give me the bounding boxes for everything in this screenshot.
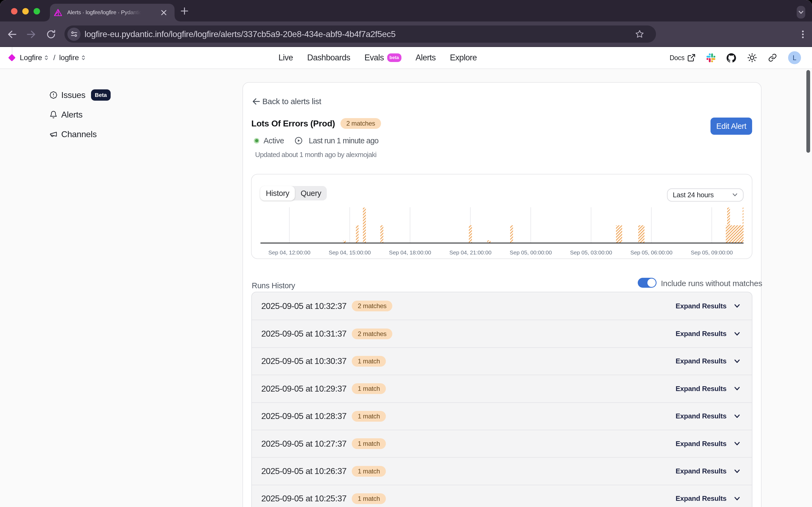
- slack-link[interactable]: [706, 53, 715, 62]
- url-text[interactable]: logfire-eu.pydantic.info/logfire/logfire…: [85, 29, 395, 39]
- chevron-down-icon[interactable]: [734, 413, 741, 420]
- chevron-down-icon[interactable]: [734, 330, 741, 337]
- nav-dashboards[interactable]: Dashboards: [307, 53, 350, 62]
- tab-history[interactable]: History: [260, 186, 295, 201]
- toggle-knob: [647, 279, 656, 287]
- badge-alert-icon: [49, 91, 57, 99]
- sidebar-item-channels[interactable]: Channels: [41, 127, 111, 142]
- nav-explore[interactable]: Explore: [450, 53, 477, 62]
- bookmark-star-icon[interactable]: [635, 30, 644, 39]
- alert-status-row: Active Last run 1 minute ago: [254, 136, 378, 145]
- breadcrumb: Logfire / logfire: [9, 47, 86, 68]
- docs-link[interactable]: Docs: [670, 54, 695, 62]
- tab-search-button[interactable]: [797, 6, 805, 18]
- chevron-down-icon[interactable]: [734, 302, 741, 309]
- svg-text:Sep 04, 21:00:00: Sep 04, 21:00:00: [449, 249, 491, 256]
- expand-results-button[interactable]: Expand Results: [675, 494, 726, 503]
- browser-tab[interactable]: Alerts · logfire/logfire · Pydantic Logf…: [50, 4, 174, 21]
- time-range-value: Last 24 hours: [673, 191, 714, 199]
- project-switcher[interactable]: logfire: [59, 53, 79, 62]
- status-label: Active: [263, 136, 284, 145]
- browser-reload-button[interactable]: [46, 30, 56, 39]
- arrow-left-icon: [252, 98, 260, 106]
- run-matches-badge: 1 match: [352, 356, 386, 367]
- expand-results-button[interactable]: Expand Results: [675, 412, 726, 420]
- sidebar-item-issues[interactable]: Issues Beta: [41, 88, 111, 102]
- chevron-down-icon: [732, 192, 738, 198]
- back-link-label: Back to alerts list: [262, 97, 321, 106]
- chevron-down-icon[interactable]: [734, 495, 741, 502]
- megaphone-icon: [49, 130, 57, 138]
- expand-results-button[interactable]: Expand Results: [675, 440, 726, 448]
- run-timestamp: 2025-09-05 at 10:28:37: [261, 411, 346, 421]
- tab-title: Alerts · logfire/logfire · Pydantic Logf…: [67, 9, 146, 15]
- tab-strip: Alerts · logfire/logfire · Pydantic Logf…: [0, 0, 812, 21]
- browser-menu-icon[interactable]: [802, 30, 804, 38]
- main-nav: Live Dashboards Evalsbeta Alerts Explore: [278, 47, 477, 68]
- chevron-down-icon[interactable]: [734, 468, 741, 475]
- browser-forward-button[interactable]: [26, 30, 36, 39]
- chevron-down-icon[interactable]: [734, 358, 741, 365]
- matches-bar-chart[interactable]: Sep 04, 12:00:00Sep 04, 15:00:00Sep 04, …: [261, 207, 744, 259]
- page-scrollbar[interactable]: [806, 70, 810, 153]
- alert-title-row: Lots Of Errors (Prod) 2 matches: [251, 118, 381, 129]
- svg-text:Sep 05, 03:00:00: Sep 05, 03:00:00: [570, 249, 612, 256]
- github-link[interactable]: [726, 53, 736, 62]
- breadcrumb-separator: /: [53, 53, 55, 62]
- run-row: 2025-09-05 at 10:28:37 1 match Expand Re…: [252, 402, 752, 430]
- last-run-label: Last run 1 minute ago: [309, 136, 379, 145]
- browser-back-button[interactable]: [7, 30, 17, 39]
- new-tab-button[interactable]: [180, 7, 188, 15]
- sidebar-item-alerts[interactable]: Alerts: [41, 107, 111, 122]
- logfire-logo-icon[interactable]: [8, 54, 15, 61]
- avatar[interactable]: L: [788, 51, 801, 64]
- run-row: 2025-09-05 at 10:26:37 1 match Expand Re…: [252, 457, 752, 485]
- run-timestamp: 2025-09-05 at 10:25:37: [261, 494, 346, 504]
- expand-results-button[interactable]: Expand Results: [675, 330, 726, 338]
- run-matches-badge: 1 match: [352, 466, 386, 477]
- expand-results-button[interactable]: Expand Results: [675, 467, 726, 475]
- org-switcher[interactable]: Logfire: [20, 53, 42, 62]
- minimize-window-button[interactable]: [22, 8, 29, 14]
- expand-results-button[interactable]: Expand Results: [675, 385, 726, 393]
- close-window-button[interactable]: [11, 8, 17, 14]
- org-switcher-chevrons-icon[interactable]: [44, 55, 48, 61]
- back-to-alerts-link[interactable]: Back to alerts list: [252, 97, 321, 106]
- site-settings-button[interactable]: [67, 27, 81, 41]
- nav-live[interactable]: Live: [278, 53, 293, 62]
- include-runs-toggle-label: Include runs without matches: [661, 279, 762, 288]
- chevron-down-icon[interactable]: [734, 385, 741, 392]
- sidebar-item-label: Channels: [61, 129, 97, 139]
- alert-detail-card: Back to alerts list Lots Of Errors (Prod…: [242, 82, 761, 507]
- evals-beta-badge: beta: [387, 53, 401, 62]
- expand-results-button[interactable]: Expand Results: [675, 302, 726, 310]
- browser-toolbar: logfire-eu.pydantic.info/logfire/logfire…: [0, 21, 812, 47]
- page-body: Issues Beta Alerts: [0, 69, 812, 507]
- chevron-down-icon[interactable]: [734, 440, 741, 447]
- nav-alerts[interactable]: Alerts: [416, 53, 436, 62]
- expand-results-button[interactable]: Expand Results: [675, 357, 726, 365]
- url-bar[interactable]: logfire-eu.pydantic.info/logfire/logfire…: [64, 25, 656, 43]
- edit-alert-button[interactable]: Edit Alert: [710, 118, 752, 135]
- tab-close-icon[interactable]: [161, 9, 167, 16]
- issues-beta-badge: Beta: [91, 90, 111, 101]
- project-switcher-chevrons-icon[interactable]: [82, 55, 86, 61]
- run-timestamp: 2025-09-05 at 10:31:37: [261, 329, 346, 339]
- run-timestamp: 2025-09-05 at 10:29:37: [261, 384, 346, 394]
- share-link[interactable]: [768, 53, 777, 62]
- run-timestamp: 2025-09-05 at 10:27:37: [261, 439, 346, 449]
- alert-matches-badge: 2 matches: [340, 118, 381, 129]
- theme-toggle[interactable]: [747, 53, 757, 62]
- include-runs-toggle[interactable]: [638, 278, 656, 288]
- time-range-dropdown[interactable]: Last 24 hours: [667, 188, 744, 202]
- history-chart-card: History Query Last 24 hours Sep 04, 12:0…: [251, 174, 752, 259]
- run-timestamp: 2025-09-05 at 10:32:37: [261, 301, 346, 311]
- app-header: Logfire / logfire Live Dashboards Evalsb…: [0, 47, 812, 69]
- chevron-down-icon: [798, 10, 804, 15]
- svg-text:Sep 05, 09:00:00: Sep 05, 09:00:00: [691, 249, 733, 256]
- tab-query[interactable]: Query: [295, 186, 327, 201]
- nav-evals[interactable]: Evalsbeta: [364, 53, 401, 62]
- maximize-window-button[interactable]: [34, 8, 40, 14]
- run-matches-badge: 1 match: [352, 383, 386, 394]
- sun-icon: [747, 53, 757, 62]
